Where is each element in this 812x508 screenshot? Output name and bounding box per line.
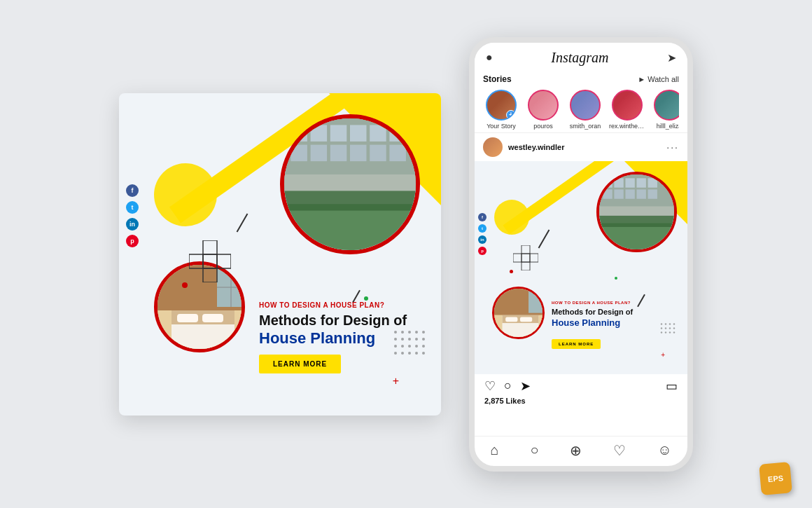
dash-line-2 — [352, 289, 360, 302]
stories-bar: Stories ► Watch all + Your Story pouros … — [475, 70, 687, 133]
svg-rect-30 — [189, 254, 203, 268]
mini-facebook-icon: f — [478, 213, 486, 221]
svg-point-39 — [394, 338, 397, 341]
share-button[interactable]: ➤ — [520, 378, 531, 394]
post-subtitle: HOW TO DESIGN A HOUSE PLAN? — [259, 301, 427, 309]
mini-post-card: f t in p HOW TO DESIGN A HOUSE PLAN? Met… — [475, 161, 687, 374]
svg-point-82 — [661, 323, 662, 324]
svg-rect-5 — [330, 125, 347, 142]
post-username: westley.windler — [508, 143, 565, 151]
svg-point-93 — [673, 331, 675, 333]
svg-rect-63 — [614, 189, 623, 198]
svg-rect-9 — [290, 144, 307, 161]
svg-point-35 — [401, 331, 404, 334]
stories-row: + Your Story pouros smith_oran rex.winth… — [483, 90, 679, 130]
svg-point-83 — [665, 323, 666, 324]
post-actions-bar: ♡ ○ ➤ ▭ — [475, 374, 687, 397]
stories-label: Stories — [483, 74, 512, 84]
smith-avatar — [570, 90, 601, 121]
smith-label: smith_oran — [570, 123, 601, 130]
dash-line-1 — [237, 213, 248, 232]
likes-count: 2,875 Likes — [475, 397, 687, 408]
mini-bedroom-image — [492, 287, 545, 339]
svg-point-38 — [422, 331, 425, 334]
rex-label: rex.wintheiser — [609, 123, 645, 130]
svg-rect-61 — [648, 178, 657, 187]
building-circle-image — [280, 114, 420, 254]
comment-button[interactable]: ○ — [504, 378, 512, 394]
svg-point-88 — [669, 327, 671, 329]
svg-point-52 — [415, 352, 418, 355]
svg-point-53 — [422, 352, 425, 355]
story-item-your[interactable]: + Your Story — [483, 90, 519, 130]
svg-rect-78 — [513, 254, 522, 262]
svg-rect-29 — [203, 240, 217, 254]
svg-point-37 — [415, 331, 418, 334]
svg-point-50 — [401, 352, 404, 355]
svg-point-49 — [394, 352, 397, 355]
svg-rect-10 — [311, 144, 328, 161]
mini-twitter-icon: t — [478, 224, 486, 233]
svg-point-86 — [661, 327, 662, 329]
bottom-nav-bar: ⌂ ○ ⊕ ♡ ☺ — [475, 436, 687, 466]
svg-rect-77 — [522, 245, 530, 254]
rex-avatar — [612, 90, 643, 121]
new-post-nav-icon[interactable]: ⊕ — [570, 442, 582, 459]
svg-point-89 — [673, 327, 675, 329]
mini-learn-more-button[interactable]: LEARN MORE — [552, 339, 601, 349]
post-more-options[interactable]: ··· — [666, 142, 679, 153]
svg-rect-31 — [203, 254, 217, 268]
svg-rect-65 — [637, 189, 646, 198]
send-icon[interactable]: ➤ — [667, 51, 676, 64]
mini-grid-cross — [513, 245, 538, 273]
story-item-rex[interactable]: rex.wintheiser — [609, 90, 645, 130]
svg-point-92 — [669, 331, 671, 333]
pinterest-icon: p — [126, 235, 139, 247]
story-item-hilll[interactable]: hilll_eliza — [651, 90, 679, 130]
svg-rect-15 — [284, 204, 416, 250]
watch-all-arrow: ► — [638, 75, 645, 83]
hilll-avatar — [654, 90, 679, 121]
left-post-card: f t in p HOW TO DESIGN A HOUSE PLAN? Met… — [119, 93, 441, 416]
dots-pattern — [392, 329, 427, 359]
svg-point-85 — [673, 323, 675, 324]
instagram-phone: ● Instagram ➤ Stories ► Watch all + Your… — [469, 37, 693, 472]
story-item-pouros[interactable]: pouros — [525, 90, 561, 130]
svg-rect-67 — [599, 223, 674, 249]
svg-rect-74 — [520, 317, 532, 322]
svg-rect-68 — [599, 215, 674, 226]
stories-header: Stories ► Watch all — [483, 74, 679, 84]
svg-rect-13 — [370, 144, 386, 161]
like-button[interactable]: ♡ — [484, 378, 496, 394]
mini-red-dot — [510, 270, 513, 273]
svg-rect-60 — [637, 178, 646, 187]
pouros-avatar — [528, 90, 559, 121]
svg-rect-7 — [370, 125, 386, 142]
profile-nav-icon[interactable]: ☺ — [657, 442, 671, 458]
watch-all-button[interactable]: ► Watch all — [638, 75, 679, 83]
your-story-label: Your Story — [486, 123, 516, 130]
svg-rect-32 — [217, 254, 231, 268]
svg-point-90 — [661, 331, 662, 333]
home-nav-icon[interactable]: ⌂ — [490, 442, 498, 458]
svg-point-84 — [669, 323, 671, 324]
svg-rect-64 — [625, 189, 634, 198]
save-button[interactable]: ▭ — [666, 378, 678, 394]
post-user-info[interactable]: westley.windler — [483, 137, 565, 157]
svg-rect-57 — [603, 178, 612, 187]
search-nav-icon[interactable]: ○ — [530, 442, 538, 458]
learn-more-button[interactable]: LEARN MORE — [259, 355, 341, 373]
svg-point-40 — [401, 338, 404, 341]
svg-point-41 — [408, 338, 411, 341]
reels-nav-icon[interactable]: ♡ — [613, 442, 626, 459]
mini-dash-1 — [538, 229, 550, 248]
svg-rect-66 — [648, 189, 657, 198]
story-item-smith[interactable]: smith_oran — [567, 90, 603, 130]
camera-icon[interactable]: ● — [486, 51, 493, 64]
post-title-line1: Methods for Design of — [259, 312, 427, 329]
hilll-label: hilll_eliza — [657, 123, 679, 130]
instagram-logo: Instagram — [551, 50, 608, 66]
svg-rect-33 — [203, 268, 217, 282]
svg-rect-73 — [505, 317, 517, 322]
svg-point-42 — [415, 338, 418, 341]
